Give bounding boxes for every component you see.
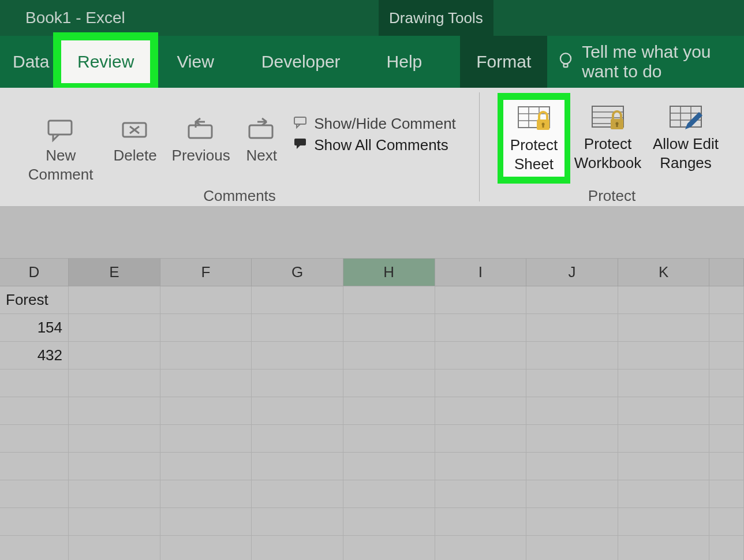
tab-view[interactable]: View [166,36,224,88]
show-hide-comment-button[interactable]: Show/Hide Comment [293,115,456,133]
cell[interactable] [69,536,160,560]
cell[interactable] [69,369,160,397]
cell[interactable] [343,453,435,480]
cell[interactable] [0,425,69,453]
new-comment-button[interactable]: NewComment [17,108,104,184]
cell[interactable] [160,286,252,314]
cell[interactable] [709,425,744,453]
cell[interactable] [618,425,710,453]
cell[interactable] [526,342,618,369]
column-header-K[interactable]: K [618,259,710,286]
cell[interactable] [0,536,69,560]
cell[interactable] [343,536,435,560]
cell[interactable] [526,425,618,453]
cell[interactable] [343,508,435,536]
cell[interactable] [343,425,435,453]
tab-format[interactable]: Format [460,36,547,88]
cell[interactable] [435,369,527,397]
cell[interactable] [160,314,252,342]
protect-workbook-button[interactable]: ProtectWorkbook [570,96,645,172]
cell[interactable] [343,397,435,425]
cell[interactable] [709,342,744,369]
cell[interactable] [252,314,343,342]
cell[interactable] [160,536,252,560]
tell-me-search[interactable]: Tell me what you want to do [558,42,744,81]
cell[interactable] [69,480,160,508]
cell[interactable] [709,536,744,560]
cell[interactable] [343,369,435,397]
cell[interactable] [343,314,435,342]
cell[interactable] [618,369,710,397]
cell[interactable] [709,397,744,425]
cell[interactable] [435,286,527,314]
cell[interactable] [618,314,710,342]
cell[interactable] [160,508,252,536]
cell[interactable] [618,397,710,425]
cell[interactable] [343,286,435,314]
tab-help[interactable]: Help [376,36,433,88]
cell[interactable] [0,480,69,508]
cell[interactable] [343,480,435,508]
column-header-edge[interactable] [709,259,744,286]
column-header-D[interactable]: D [0,259,69,286]
cell[interactable] [160,480,252,508]
cell[interactable] [435,453,527,480]
cell[interactable] [435,314,527,342]
cell[interactable] [252,508,343,536]
cell[interactable] [526,508,618,536]
previous-comment-button[interactable]: Previous [166,108,235,165]
protect-sheet-button[interactable]: ProtectSheet [503,100,564,177]
cell[interactable] [252,425,343,453]
cell[interactable] [0,397,69,425]
cell[interactable] [252,286,343,314]
cell[interactable]: 154 [0,314,69,342]
cell[interactable] [709,453,744,480]
cell[interactable] [526,453,618,480]
cell[interactable] [252,397,343,425]
cell[interactable] [435,536,527,560]
cell[interactable] [618,508,710,536]
cell[interactable] [69,342,160,369]
cell[interactable] [160,342,252,369]
cell[interactable] [526,536,618,560]
cell[interactable] [69,286,160,314]
cell[interactable] [435,508,527,536]
next-comment-button[interactable]: Next [235,108,287,165]
cell[interactable] [526,314,618,342]
cell[interactable] [0,508,69,536]
cell[interactable] [435,397,527,425]
column-header-G[interactable]: G [252,259,343,286]
cell[interactable] [252,536,343,560]
delete-comment-button[interactable]: Delete [104,108,166,165]
contextual-tab-drawing-tools[interactable]: Drawing Tools [379,0,493,36]
cell[interactable] [69,453,160,480]
column-header-I[interactable]: I [435,259,527,286]
cell[interactable] [709,369,744,397]
cell[interactable] [618,286,710,314]
cell[interactable] [709,480,744,508]
cell[interactable]: Forest [0,286,69,314]
cell[interactable] [343,342,435,369]
cell[interactable] [709,508,744,536]
column-header-J[interactable]: J [526,259,618,286]
allow-edit-ranges-button[interactable]: Allow EditRanges [645,96,726,172]
cell[interactable] [0,369,69,397]
cell[interactable] [435,342,527,369]
column-header-H[interactable]: H [343,259,435,286]
cell[interactable] [526,397,618,425]
tab-data[interactable]: Data [2,36,47,88]
cell[interactable] [618,536,710,560]
cell[interactable] [252,342,343,369]
cell[interactable] [618,453,710,480]
cell[interactable] [526,286,618,314]
cell[interactable] [160,425,252,453]
cell[interactable] [252,453,343,480]
cell[interactable] [252,369,343,397]
cell[interactable] [69,314,160,342]
cell[interactable] [69,397,160,425]
cell[interactable] [252,480,343,508]
cell[interactable] [69,508,160,536]
column-header-E[interactable]: E [69,259,160,286]
cell[interactable] [526,369,618,397]
cell[interactable] [69,425,160,453]
